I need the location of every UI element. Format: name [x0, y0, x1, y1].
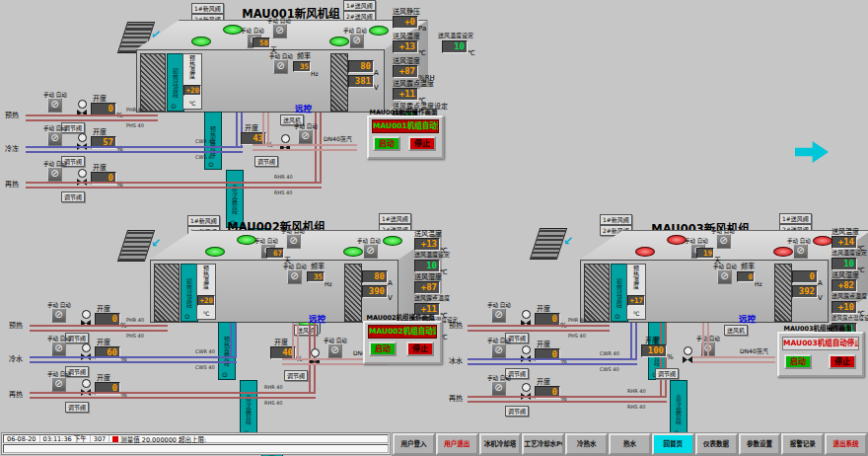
airflow-arrow-icon: [563, 234, 573, 248]
nav-chiller-cooling-tower[interactable]: 冰机冷却塔: [479, 433, 522, 455]
valve-name-label: 调节阀: [254, 156, 278, 167]
supply-valve-label: 1#送风阀: [343, 0, 376, 11]
pipe-label: PHS 40: [568, 333, 586, 339]
freq-label: 频率: [741, 263, 755, 270]
valve-mode-switch[interactable]: [47, 131, 62, 146]
preheat-temp-value: +20: [197, 295, 215, 306]
alarm-row-empty: [3, 444, 389, 453]
steam-pipe: [253, 144, 357, 151]
fan-voltage-readout: 392V: [792, 285, 823, 304]
fan-mode-switch[interactable]: [717, 269, 732, 284]
alarm-message: 测量值 20.000000 超出上限:: [109, 435, 388, 442]
control-valve-icon[interactable]: [77, 100, 87, 114]
section-bar: 表冷盘管段: [240, 380, 257, 438]
bottom-nav-bar: 用户登入 用户退出 冰机冷却塔 工艺冷却水PCW 冷热水 热水 回首页 仪表数据…: [392, 432, 868, 456]
damper-mode-switch[interactable]: [286, 234, 301, 249]
status-lamp: [223, 25, 243, 35]
nav-alarm-records[interactable]: 报警记录: [781, 433, 824, 455]
preheat-temp-section: 预热温度 +20 ℃: [182, 53, 202, 110]
next-page-arrow-button[interactable]: [795, 140, 829, 164]
measurement-label: 送风温度: [414, 230, 442, 238]
preheat-temp-label: 预热温度: [202, 266, 211, 289]
filter-days-readout: 58天: [253, 38, 277, 56]
circuit-name: 冰水: [449, 357, 463, 365]
valve-name-label: 调节阀: [655, 368, 679, 379]
nav-process-cooling-water[interactable]: 工艺冷却水PCW: [522, 433, 564, 455]
freq-label: 频率: [297, 52, 311, 60]
opening-label: 开度: [537, 378, 550, 386]
valve-mode-switch[interactable]: [51, 308, 66, 323]
measurement-label: 送风露点温度: [393, 80, 434, 88]
valve-mode-switch[interactable]: [47, 98, 62, 113]
unit-status-banner: MAU001机组自动运行: [372, 119, 439, 133]
damper-mode-switch[interactable]: [363, 244, 378, 259]
mau002-block: MAU002新风机组 1#新风阀 2#新风阀 1#送风阀 2#送风阀 手动 自动…: [0, 212, 449, 431]
filter-days-readout: 19天: [696, 248, 721, 266]
unit-front-face: 初效过滤段 预热温度 +17 ℃ 预热盘管段 表冷盘管段 湿膜加湿段 手动 自动…: [580, 260, 829, 323]
measurement-label: 送风露点温度设定: [832, 315, 868, 321]
steam-pipe-riser: [702, 323, 709, 356]
stop-button[interactable]: 停止: [406, 342, 434, 356]
opening-label: 开度: [274, 339, 288, 346]
intake-valve-label: 1#新风阀: [187, 215, 220, 226]
control-valve-icon[interactable]: [521, 310, 531, 325]
damper-mode-switch[interactable]: [349, 34, 364, 48]
valve-name-label: 调节阀: [61, 191, 85, 202]
stop-button[interactable]: 停止: [408, 136, 436, 151]
damper-mode-switch[interactable]: [716, 234, 731, 249]
fan-voltage-readout: 381V: [348, 75, 379, 94]
nav-user-logout[interactable]: 用户退出: [436, 433, 478, 455]
remote-control-button[interactable]: 远控: [739, 312, 756, 324]
alarm-row[interactable]: 06-08-20 03:11:36 下午 307 测量值 20.000000 超…: [3, 434, 389, 443]
nav-home[interactable]: 回首页: [652, 433, 694, 455]
stop-button[interactable]: 停止: [829, 354, 856, 369]
valve-mode-switch[interactable]: [51, 342, 66, 356]
start-button[interactable]: 启动: [784, 354, 812, 369]
valve-mode-switch[interactable]: [491, 343, 506, 358]
fan-mode-switch[interactable]: [287, 269, 302, 284]
freq-readout: 0Hz: [737, 271, 762, 290]
nav-hot-cold-water[interactable]: 冷热水: [565, 433, 608, 455]
damper-mode-switch[interactable]: [272, 24, 287, 38]
pipe-label: CWS 40: [195, 364, 215, 370]
valve-mode-switch[interactable]: [491, 381, 506, 396]
nav-instrument-data[interactable]: 仪表数据: [695, 433, 738, 455]
valve-mode-switch[interactable]: [327, 343, 342, 358]
valve-mode-switch[interactable]: [298, 129, 313, 144]
nav-user-login[interactable]: 用户登入: [393, 433, 435, 455]
operation-panel: MAU003机组自动停止 启动 停止: [777, 332, 864, 377]
opening-label: 开度: [245, 124, 258, 132]
valve-mode-switch[interactable]: [51, 377, 66, 392]
preheat-temp-unit: ℃: [203, 311, 210, 318]
nav-parameter-settings[interactable]: 参数设置: [739, 433, 781, 455]
section-bar: 表冷盘管段: [670, 380, 687, 438]
opening-label: 开度: [97, 339, 110, 346]
valve-name-label: 调节阀: [284, 370, 308, 381]
opening-label: 开度: [537, 341, 550, 348]
fan-mode-switch[interactable]: [273, 59, 288, 74]
ahu-unit-drawing: 手动 自动 手动 自动 手动 自动 初效过滤段 预热温度 +20 ℃ 预热盘管段…: [136, 20, 428, 113]
control-valve-icon[interactable]: [81, 310, 91, 325]
start-button[interactable]: 启动: [373, 136, 400, 151]
pipe-label: PHS 40: [126, 333, 144, 339]
nav-exit-system[interactable]: 退出系统: [825, 433, 867, 455]
circuit-name: 预热: [5, 112, 19, 119]
circuit-name: 冷水: [9, 355, 23, 363]
pipe-label: PHR 40: [568, 317, 586, 323]
nav-hot-water[interactable]: 热水: [609, 433, 651, 455]
status-lamp: [205, 247, 225, 257]
steam-pipe: [692, 356, 775, 363]
start-button[interactable]: 启动: [369, 342, 397, 356]
pipe-label: PHR 40: [126, 107, 144, 113]
status-lamp: [773, 247, 793, 257]
pipe-riser: [230, 323, 237, 356]
supply-valve-label: 1#送风阀: [379, 213, 411, 224]
valve-mode-switch[interactable]: [47, 167, 62, 182]
steam-pipe-riser: [262, 113, 269, 144]
damper-mode-switch[interactable]: [793, 244, 808, 259]
steam-valve-icon[interactable]: [683, 346, 692, 361]
pipe-label: RHR 40: [274, 174, 293, 180]
remote-control-button[interactable]: 远控: [295, 102, 312, 114]
valve-mode-switch[interactable]: [491, 308, 506, 323]
freq-readout: 35Hz: [293, 61, 319, 80]
